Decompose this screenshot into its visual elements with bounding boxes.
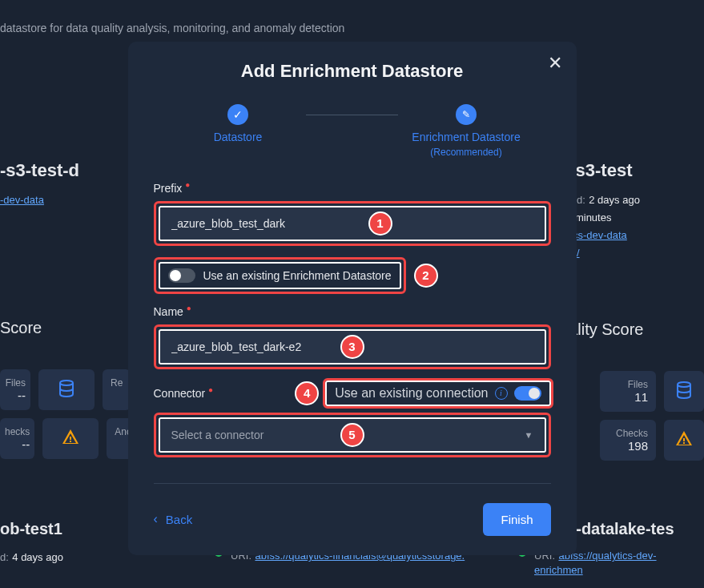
connector-placeholder: Select a connector xyxy=(171,429,264,441)
chevron-left-icon: ‹ xyxy=(154,512,158,526)
add-enrichment-modal: ✕ Add Enrichment Datastore ✓ Datastore ✎… xyxy=(128,42,577,555)
annotation-badge-3: 3 xyxy=(340,335,364,359)
stepper: ✓ Datastore ✎ Enrichment Datastore (Reco… xyxy=(154,104,551,159)
pencil-icon: ✎ xyxy=(462,109,470,120)
modal-actions: ‹ Back Finish xyxy=(154,483,551,536)
connector-label: Connector ● xyxy=(154,387,214,400)
close-button[interactable]: ✕ xyxy=(548,54,562,72)
chevron-down-icon: ▼ xyxy=(525,430,533,440)
existing-enrichment-group: Use an existing Enrichment Datastore 2 xyxy=(154,257,551,294)
existing-enrichment-toggle[interactable] xyxy=(168,268,195,283)
annotation-badge-4: 4 xyxy=(295,381,319,405)
prefix-label: Prefix ● xyxy=(154,182,551,195)
connector-group: Connector ● 4 Use an existing connection… xyxy=(154,381,551,457)
annotation-badge-5: 5 xyxy=(340,423,364,447)
annotation-badge-2: 2 xyxy=(414,264,438,288)
existing-enrichment-label: Use an existing Enrichment Datastore xyxy=(203,269,392,282)
step-connector-line xyxy=(306,115,398,115)
info-icon[interactable]: i xyxy=(495,387,508,400)
existing-connection-group: Use an existing connection i xyxy=(325,381,550,406)
name-label: Name ● xyxy=(154,305,551,318)
step-enrichment[interactable]: ✎ Enrichment Datastore (Recommended) xyxy=(398,104,534,159)
modal-backdrop: ✕ Add Enrichment Datastore ✓ Datastore ✎… xyxy=(0,0,704,588)
existing-connection-toggle[interactable] xyxy=(514,386,541,401)
annotation-badge-1: 1 xyxy=(368,211,392,236)
back-button[interactable]: ‹ Back xyxy=(154,512,193,526)
name-group: Name ● 3 xyxy=(154,305,551,369)
finish-button[interactable]: Finish xyxy=(483,503,550,536)
existing-connection-label: Use an existing connection xyxy=(335,386,488,401)
prefix-group: Prefix ● 1 xyxy=(154,182,551,246)
step-datastore[interactable]: ✓ Datastore xyxy=(170,104,306,144)
close-icon: ✕ xyxy=(548,53,562,73)
modal-title: Add Enrichment Datastore xyxy=(154,61,551,82)
check-icon: ✓ xyxy=(233,108,243,121)
prefix-input[interactable] xyxy=(160,207,545,240)
